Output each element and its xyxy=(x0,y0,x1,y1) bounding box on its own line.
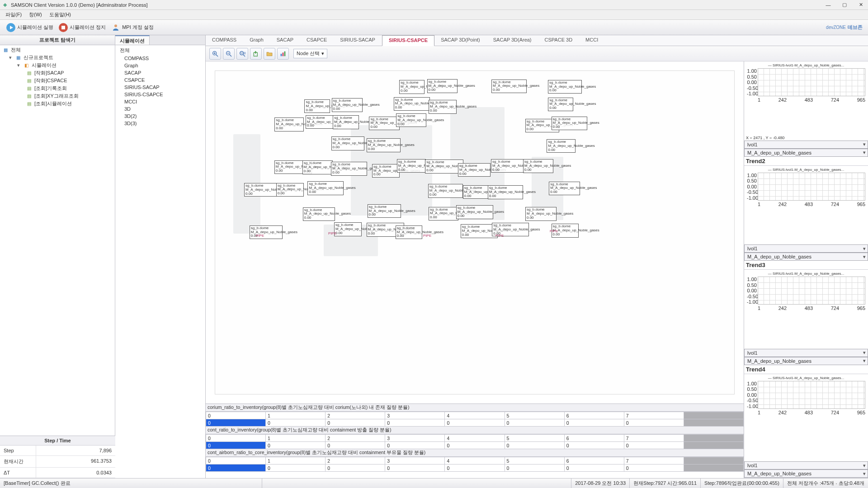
diagram-node[interactable]: sg_b.domeM_A_depo_up_Noble_gases0.00 xyxy=(525,207,557,221)
content-tab-graph[interactable]: Graph xyxy=(243,35,270,46)
trend-select-2[interactable]: M_A_depo_up_Noble_gases xyxy=(744,357,868,365)
diagram-node[interactable]: sg_b.domeM_A_depo_up_Noble_gases0.00 xyxy=(427,79,458,93)
content-tab-sacap-3d-area-[interactable]: SACAP 3D(Area) xyxy=(487,35,538,46)
diagram-node[interactable]: sg_b.domeM_A_depo_up_Noble_gases0.00 xyxy=(491,80,527,93)
diagram-node[interactable]: sg_b.domeM_A_depo_up_Noble_gases0.00 xyxy=(394,97,430,111)
sim-item[interactable]: SIRIUS-CSAPCE xyxy=(117,91,203,98)
trend-select-2[interactable]: M_A_depo_up_Noble_gases xyxy=(744,253,868,261)
diagram-node[interactable]: sg_b.domeM_A_depo_up_Noble_gases0.00 xyxy=(396,113,426,127)
tree-project[interactable]: ▾▦신규프로젝트 xyxy=(1,54,114,61)
sim-item[interactable]: MCCI xyxy=(117,98,203,105)
sim-item[interactable]: 3D xyxy=(117,105,203,113)
tree-item[interactable]: ▤[조회]XY그래프조회 xyxy=(1,92,114,100)
diagram-node[interactable]: sg_b.domeM_A_depo_up_Noble_gases0.00 xyxy=(429,207,458,221)
project-tree[interactable]: ▦전체 ▾▦신규프로젝트 ▾◧시뮬레이션 ▤[작화]SACAP ▤[작화]CSP… xyxy=(0,45,115,436)
diagram-node[interactable]: sg_b.domeM_A_depo_up_Noble_gases0.00 xyxy=(331,162,367,175)
zoom-out-button[interactable] xyxy=(223,48,235,60)
trend-plot[interactable] xyxy=(758,68,865,96)
diagram-node[interactable]: sg_b.domeM_A_depo_up_Noble_gases0.00 xyxy=(399,80,425,94)
diagram-node[interactable]: sg_b.domeM_A_depo_up_Noble_gases0.00 xyxy=(372,164,400,178)
trend-select-1[interactable]: lvol1 xyxy=(744,461,868,469)
diagram-node[interactable]: sg_b.domeM_A_depo_up_Noble_gases0.00 xyxy=(367,138,401,152)
diagram-node[interactable]: sg_b.domeM_A_depo_up_Noble_gases0.00 xyxy=(488,185,523,199)
minimize-button[interactable]: — xyxy=(823,1,834,9)
tree-item[interactable]: ▤[작화]SACAP xyxy=(1,69,114,77)
sim-root[interactable]: 전체 xyxy=(117,46,203,55)
diagram-node[interactable]: sg_b.domeM_A_depo_up_Noble_gases0.00 xyxy=(547,139,575,153)
tree-simulation[interactable]: ▾◧시뮬레이션 xyxy=(1,61,114,69)
tree-item[interactable]: ▤[조회]시뮬레이션 xyxy=(1,100,114,108)
diagram-node[interactable]: sg_b.domeM_A_depo_up_Noble_gases0.00 xyxy=(332,98,363,112)
content-tab-sirius-csapce[interactable]: SIRIUS-CSAPCE xyxy=(382,35,434,46)
diagram-node[interactable]: sg_b.domeM_A_depo_up_Noble_gases0.00 xyxy=(334,222,362,236)
diagram-node[interactable]: sg_b.domeM_A_depo_up_Noble_gases0.00 xyxy=(307,181,344,195)
diagram-node[interactable]: sg_b.domeM_A_depo_up_Noble_gases0.00 xyxy=(274,117,304,131)
maximize-button[interactable]: ▢ xyxy=(839,1,850,9)
trend-plot[interactable] xyxy=(758,277,865,305)
stop-simulation-button[interactable]: 시뮬레이션 정지 xyxy=(56,22,108,33)
trend-select-1[interactable]: lvol1 xyxy=(744,141,868,149)
diagram-node[interactable]: sg_b.domeM_A_depo_up_Noble_gases0.00 xyxy=(548,98,573,111)
chart-button[interactable] xyxy=(277,48,289,60)
trend-select-2[interactable]: M_A_depo_up_Noble_gases xyxy=(744,149,868,157)
diagram-node[interactable]: sg_b.domeM_A_depo_up_Noble_gases0.00 xyxy=(397,159,426,173)
diagram-node[interactable]: sg_b.domeM_A_depo_up_Noble_gases0.00 xyxy=(428,184,463,197)
content-tab-csapce[interactable]: CSAPCE xyxy=(300,35,334,46)
node-select-dropdown[interactable]: Node 선택▾ xyxy=(293,49,327,58)
diagram-node[interactable]: sg_b.domeM_A_depo_up_Noble_gases0.00 xyxy=(303,207,335,221)
diagram-node[interactable]: sg_b.domeM_A_depo_up_Noble_gases0.00 xyxy=(549,182,580,195)
diagram-node[interactable]: sg_b.domeM_A_depo_up_Noble_gases0.00 xyxy=(548,80,582,94)
diagram-node[interactable]: sg_b.domeM_A_depo_up_Noble_gases0.00 xyxy=(396,225,423,239)
content-tab-mcci[interactable]: MCCI xyxy=(579,35,605,46)
export-button[interactable] xyxy=(250,48,262,60)
diagram-node[interactable]: sg_b.domeM_A_depo_up_Noble_gases0.00 xyxy=(491,159,524,173)
diagram-node[interactable]: sg_b.domeM_A_depo_up_Noble_gases0.00 xyxy=(276,183,304,197)
sim-item[interactable]: CSAPCE xyxy=(117,76,203,84)
menu-help[interactable]: 도움말(H) xyxy=(46,10,75,19)
trend-select-1[interactable]: lvol1 xyxy=(744,244,868,253)
sim-item[interactable]: SACAP xyxy=(117,69,203,76)
trend-select-1[interactable]: lvol1 xyxy=(744,349,868,357)
trend-select-2[interactable]: M_A_depo_up_Noble_gases xyxy=(744,469,868,478)
zoom-100-button[interactable]: 100 xyxy=(236,48,248,60)
diagram-node[interactable]: sg_b.domeM_A_depo_up_Noble_gases0.00 xyxy=(425,160,463,173)
content-tab-sirius-sacap[interactable]: SIRIUS-SACAP xyxy=(334,35,382,46)
tree-root[interactable]: ▦전체 xyxy=(1,46,114,54)
content-tab-sacap-3d-point-[interactable]: SACAP 3D(Point) xyxy=(434,35,487,46)
simulation-list[interactable]: 전체 COMPASS Graph SACAP CSAPCE SIRIUS-SAC… xyxy=(115,45,205,128)
diagram-node[interactable]: sg_b.domeM_A_depo_up_Noble_gases0.00 xyxy=(333,115,359,129)
tree-item[interactable]: ▤[작화]CSPACE xyxy=(1,77,114,84)
diagram-node[interactable]: sg_b.domeM_A_depo_up_Noble_gases0.00 xyxy=(250,225,283,239)
sim-item[interactable]: SIRIUS-SACAP xyxy=(117,84,203,91)
diagram-node[interactable]: sg_b.domeM_A_depo_up_Noble_gases0.00 xyxy=(523,159,553,173)
diagram-node[interactable]: sg_b.domeM_A_depo_up_Noble_gases0.00 xyxy=(458,163,491,177)
diagram-area[interactable]: sg_b.domeM_A_depo_up_Noble_gases0.00sg_b… xyxy=(206,61,744,404)
diagram-node[interactable]: sg_b.domeM_A_depo_up_Noble_gases0.00 xyxy=(456,205,493,219)
diagram-node[interactable]: sg_b.domeM_A_depo_up_Noble_gases0.00 xyxy=(302,160,333,174)
content-tab-cspace-3d[interactable]: CSPACE 3D xyxy=(538,35,580,46)
diagram-node[interactable]: sg_b.domeM_A_depo_up_Noble_gases0.00 xyxy=(463,185,491,199)
trend-plot[interactable] xyxy=(758,173,865,201)
sim-item[interactable]: Graph xyxy=(117,62,203,69)
trend-plot[interactable] xyxy=(758,381,865,409)
close-button[interactable]: ✕ xyxy=(855,1,866,9)
diagram-node[interactable]: sg_b.domeM_A_depo_up_Noble_gases0.00 xyxy=(244,183,281,197)
folder-button[interactable] xyxy=(264,48,275,60)
sim-item[interactable]: COMPASS xyxy=(117,55,203,62)
menu-window[interactable]: 창(W) xyxy=(25,10,46,19)
tab-simulation[interactable]: 시뮬레이션 xyxy=(115,35,150,45)
tree-item[interactable]: ▤[조회]기록조회 xyxy=(1,84,114,92)
diagram-node[interactable]: sg_b.domeM_A_depo_up_Noble_gases0.00 xyxy=(304,99,330,113)
mpi-settings-button[interactable]: MPI 계정 설정 xyxy=(108,22,156,33)
sim-item[interactable]: 3D(3) xyxy=(117,120,203,127)
content-tab-sacap[interactable]: SACAP xyxy=(270,35,300,46)
run-simulation-button[interactable]: 시뮬레이션 실행 xyxy=(4,22,56,33)
menu-file[interactable]: 파일(F) xyxy=(2,10,25,19)
content-tab-compass[interactable]: COMPASS xyxy=(206,35,243,46)
diagram-node[interactable]: sg_b.domeM_A_depo_up_Noble_gases0.00 xyxy=(552,117,587,130)
diagram-node[interactable]: sg_b.domeM_A_depo_up_Noble_gases0.00 xyxy=(331,136,365,150)
diagram-node[interactable]: sg_b.domeM_A_depo_up_Noble_gases0.00 xyxy=(429,100,456,113)
sim-item[interactable]: 3D(2) xyxy=(117,113,203,120)
zoom-in-button[interactable] xyxy=(209,48,221,60)
diagram-node[interactable]: sg_b.domeM_A_depo_up_Noble_gases0.00 xyxy=(368,204,401,218)
